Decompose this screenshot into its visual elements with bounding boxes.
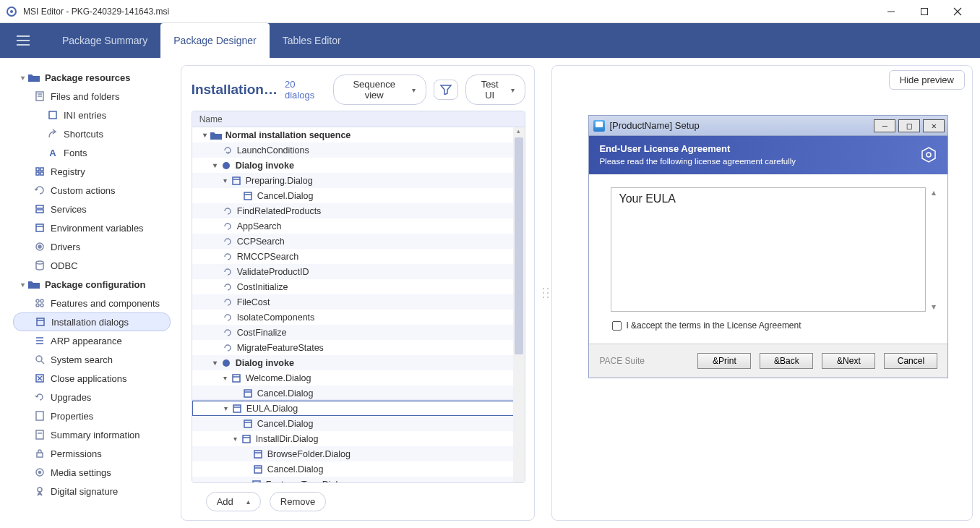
sidebar-item-arp[interactable]: ARP appearance (13, 331, 171, 350)
sidebar-item-envvars[interactable]: Environment variables (13, 218, 171, 237)
accept-checkbox-row[interactable]: I &accept the terms in the License Agree… (611, 312, 926, 339)
sidebar-group-label: Package resources (45, 72, 131, 83)
sidebar-item-features[interactable]: Features and components (13, 294, 171, 312)
menu-button[interactable] (12, 29, 35, 52)
table-row[interactable]: AppSearch (192, 218, 525, 234)
sidebar-group-resources[interactable]: ▾ Package resources (13, 68, 171, 87)
row-label: FileCost (237, 297, 270, 307)
table-row[interactable]: CostFinalize (192, 325, 525, 340)
eula-text: Your EULA (619, 192, 676, 205)
minimize-button[interactable] (874, 0, 908, 23)
splitter-handle[interactable] (539, 62, 552, 524)
table-row[interactable]: ▾Dialog invoke (192, 355, 525, 370)
sidebar-item-services[interactable]: Services (13, 200, 171, 218)
sidebar-item-search[interactable]: System search (13, 350, 171, 369)
sidebar-item-ini[interactable]: INI entries (13, 106, 171, 124)
sidebar-item-drivers[interactable]: Drivers (13, 237, 171, 256)
table-row[interactable]: CCPSearch (192, 234, 525, 249)
sidebar-item-registry[interactable]: Registry (13, 162, 171, 181)
table-row[interactable]: ValidateProductID (192, 264, 525, 279)
sidebar-item-digsig[interactable]: Digital signature (13, 482, 171, 501)
view-mode-dropdown[interactable]: Sequence view▾ (333, 74, 426, 105)
svg-point-73 (927, 153, 931, 157)
sidebar-item-dialogs[interactable]: Installation dialogs (13, 312, 171, 331)
sidebar-item-label: Media settings (51, 467, 111, 478)
table-row[interactable]: RMCCPSearch (192, 249, 525, 264)
cancel-button[interactable]: Cancel (884, 353, 937, 369)
tab-tables-editor[interactable]: Tables Editor (270, 23, 354, 58)
hide-preview-button[interactable]: Hide preview (889, 70, 965, 90)
sidebar-item-closeapps[interactable]: Close applications (13, 369, 171, 388)
table-row[interactable]: Cancel.Dialog (192, 461, 525, 477)
scrollbar-thumb[interactable] (515, 137, 523, 354)
row-label: Welcome.Dialog (246, 373, 311, 383)
svg-rect-12 (49, 111, 56, 119)
features-icon (33, 298, 46, 308)
checkbox[interactable] (612, 321, 622, 331)
tab-package-designer[interactable]: Package Designer (160, 23, 269, 58)
tab-package-summary[interactable]: Package Summary (49, 23, 160, 58)
print-button[interactable]: &Print (697, 353, 751, 369)
eula-scrollbar[interactable]: ▴ ▾ (929, 187, 939, 312)
table-row[interactable]: ▸FeaturesTree.Dialog (192, 477, 525, 482)
table-row[interactable]: BrowseFolder.Dialog (192, 446, 525, 461)
table-row[interactable]: MigrateFeatureStates (192, 340, 525, 355)
sidebar-item-properties[interactable]: Properties (13, 406, 171, 425)
sidebar-item-upgrades[interactable]: Upgrades (13, 388, 171, 406)
scroll-up-icon[interactable]: ▴ (929, 187, 939, 197)
close-button[interactable] (941, 0, 974, 23)
action-icon (221, 145, 234, 156)
svg-point-23 (36, 261, 43, 264)
sidebar-item-label: Properties (51, 411, 93, 422)
sidebar-item-summary[interactable]: Summary information (13, 425, 171, 444)
sidebar-group-config[interactable]: ▾ Package configuration (13, 275, 171, 294)
row-label: IsolateComponents (237, 312, 315, 323)
table-header[interactable]: Name (192, 111, 525, 127)
sidebar-item-custom-actions[interactable]: Custom actions (13, 181, 171, 200)
row-label: CostFinalize (237, 328, 287, 338)
scrollbar[interactable]: ▴ (513, 127, 525, 482)
sidebar-item-odbc[interactable]: ODBC (13, 256, 171, 275)
table-row[interactable]: FindRelatedProducts (192, 203, 525, 218)
folder-icon (27, 73, 40, 82)
preview-minimize-button[interactable]: — (874, 119, 895, 132)
action-icon (221, 252, 234, 262)
table-row[interactable]: LaunchConditions (192, 142, 525, 158)
table-row[interactable]: Cancel.Dialog (192, 416, 525, 431)
eula-textbox[interactable]: Your EULA (611, 187, 926, 312)
sidebar-item-fonts[interactable]: AFonts (13, 143, 171, 162)
table-row-selected[interactable]: ▾EULA.Dialog (192, 401, 525, 416)
preview-close-button[interactable]: ✕ (923, 119, 945, 132)
row-label: RMCCPSearch (237, 252, 298, 262)
next-button[interactable]: &Next (822, 353, 875, 369)
sidebar-item-shortcuts[interactable]: Shortcuts (13, 124, 171, 143)
svg-point-24 (36, 299, 39, 302)
preview-maximize-button[interactable]: □ (898, 119, 920, 132)
table-row[interactable]: Cancel.Dialog (192, 386, 525, 401)
upgrades-icon (33, 392, 46, 402)
back-button[interactable]: &Back (760, 353, 813, 369)
folder-icon (210, 131, 223, 140)
table-row[interactable]: CostInitialize (192, 279, 525, 294)
table-row[interactable]: ▾InstallDir.Dialog (192, 431, 525, 446)
test-ui-button[interactable]: Test UI▾ (465, 74, 525, 105)
remove-button[interactable]: Remove (270, 492, 326, 511)
table-row[interactable]: ▾Preparing.Dialog (192, 173, 525, 188)
table-row[interactable]: ▾Welcome.Dialog (192, 370, 525, 386)
props-icon (33, 411, 46, 421)
filter-button[interactable] (434, 80, 458, 100)
table-row[interactable]: ▾Dialog invoke (192, 158, 525, 173)
table-row[interactable]: FileCost (192, 294, 525, 310)
signature-icon (33, 486, 46, 496)
table-row[interactable]: ▾Normal installation sequence (192, 127, 525, 142)
add-button[interactable]: Add▴ (206, 492, 261, 511)
titlebar: MSI Editor - PKG-240329-141643.msi (0, 0, 980, 23)
table-row[interactable]: IsolateComponents (192, 310, 525, 325)
scroll-down-icon[interactable]: ▾ (929, 302, 939, 312)
table-row[interactable]: Cancel.Dialog (192, 188, 525, 203)
sidebar-item-permissions[interactable]: Permissions (13, 444, 171, 463)
sidebar-item-files[interactable]: Files and folders (13, 87, 171, 106)
row-label: Dialog invoke (236, 161, 294, 171)
sidebar-item-media[interactable]: Media settings (13, 463, 171, 482)
maximize-button[interactable] (908, 0, 941, 23)
